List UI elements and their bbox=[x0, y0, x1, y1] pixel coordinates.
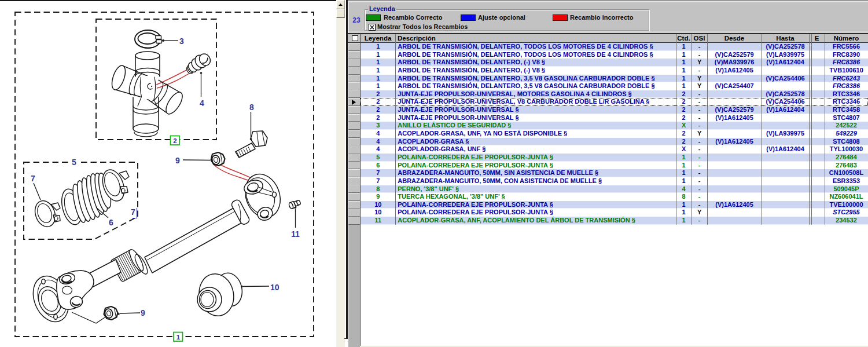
svg-text:8: 8 bbox=[249, 103, 254, 112]
svg-text:9: 9 bbox=[175, 156, 180, 165]
svg-text:7: 7 bbox=[131, 207, 135, 217]
svg-text:5: 5 bbox=[72, 158, 76, 167]
svg-text:7: 7 bbox=[31, 174, 35, 183]
svg-text:9: 9 bbox=[141, 308, 145, 317]
svg-text:10: 10 bbox=[270, 283, 279, 292]
svg-text:1: 1 bbox=[176, 334, 181, 341]
svg-text:4: 4 bbox=[200, 98, 204, 108]
svg-text:11: 11 bbox=[291, 229, 300, 239]
svg-text:6: 6 bbox=[109, 218, 113, 227]
svg-text:3: 3 bbox=[179, 36, 184, 46]
svg-text:2: 2 bbox=[173, 137, 176, 144]
